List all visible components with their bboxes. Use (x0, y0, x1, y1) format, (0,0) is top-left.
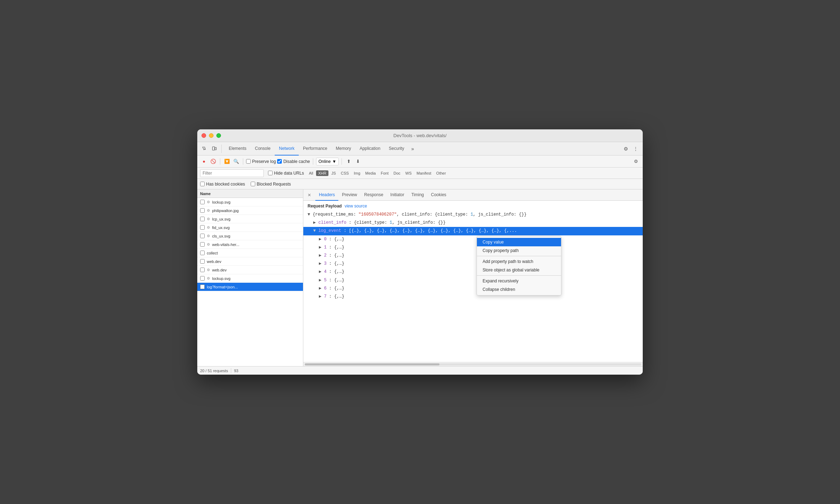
tab-cookies[interactable]: Cookies (427, 189, 450, 201)
context-menu-copy-value[interactable]: Copy value (477, 238, 561, 246)
scrollbar-thumb[interactable] (305, 363, 439, 365)
payload-line-root[interactable]: ▼ {request_time_ms: "1605078406207", cli… (308, 211, 638, 219)
expand-icon[interactable]: ▶ (319, 253, 321, 258)
blocked-requests-label[interactable]: Blocked Requests (251, 182, 291, 187)
file-checkbox[interactable] (200, 276, 205, 281)
preserve-log-checkbox[interactable] (246, 159, 251, 164)
maximize-button[interactable] (216, 133, 221, 138)
payload-line-item7[interactable]: ▶ 7 : {,…} (308, 293, 638, 301)
network-settings-icon[interactable]: ⚙ (632, 158, 640, 165)
payload-line-item0[interactable]: ▶ 0 : {,…} (308, 235, 638, 244)
filter-type-all[interactable]: All (307, 170, 315, 176)
file-checkbox[interactable] (200, 225, 205, 230)
list-item[interactable]: ⚙ lcp_ux.svg (197, 215, 303, 223)
context-menu-copy-property-path[interactable]: Copy property path (477, 246, 561, 255)
tab-elements[interactable]: Elements (224, 142, 251, 156)
file-checkbox[interactable] (200, 242, 205, 247)
expand-icon[interactable]: ▶ (319, 278, 321, 283)
disable-cache-label[interactable]: Disable cache (277, 159, 310, 164)
file-checkbox[interactable] (200, 268, 205, 272)
tab-memory[interactable]: Memory (332, 142, 355, 156)
list-item[interactable]: ⚙ philipwalton.jpg (197, 206, 303, 215)
payload-line-item1[interactable]: ▶ 1 : {,…} (308, 244, 638, 252)
file-checkbox[interactable] (200, 208, 205, 213)
list-item[interactable]: collect (197, 249, 303, 257)
inspect-element-icon[interactable] (200, 145, 209, 153)
context-menu-add-property-path[interactable]: Add property path to watch (477, 257, 561, 266)
hide-data-urls-label[interactable]: Hide data URLs (268, 171, 304, 176)
disable-cache-checkbox[interactable] (277, 159, 282, 164)
payload-line-client-info[interactable]: ▶ client_info : {client_type: 1, js_clie… (308, 219, 638, 227)
list-item-selected[interactable]: log?format=json... (197, 283, 303, 291)
has-blocked-cookies-checkbox[interactable] (200, 182, 205, 186)
file-checkbox[interactable] (200, 285, 205, 289)
tab-console[interactable]: Console (251, 142, 275, 156)
expand-icon[interactable]: ▶ (319, 294, 321, 299)
tab-application[interactable]: Application (355, 142, 385, 156)
filter-type-css[interactable]: CSS (339, 170, 351, 176)
filter-type-xhr[interactable]: XHR (316, 170, 328, 176)
blocked-requests-checkbox[interactable] (251, 182, 255, 186)
more-options-icon[interactable]: ⋮ (631, 145, 640, 153)
filter-icon[interactable]: 🔽 (223, 158, 231, 165)
tab-initiator[interactable]: Initiator (387, 189, 408, 201)
payload-line-item6[interactable]: ▶ 6 : {,…} (308, 285, 638, 293)
filter-type-ws[interactable]: WS (403, 170, 414, 176)
minimize-button[interactable] (209, 133, 214, 138)
tab-response[interactable]: Response (361, 189, 387, 201)
filter-input[interactable] (200, 169, 264, 177)
expand-icon[interactable]: ▶ (319, 286, 321, 291)
list-item[interactable]: ⚙ cls_ux.svg (197, 232, 303, 240)
context-menu-expand-recursively[interactable]: Expand recursively (477, 277, 561, 285)
list-item[interactable]: ⚙ web.dev (197, 266, 303, 274)
file-checkbox[interactable] (200, 217, 205, 221)
expand-icon[interactable]: ▼ (308, 212, 310, 217)
payload-line-item3[interactable]: ▶ 3 : {,…} (308, 260, 638, 268)
expand-icon[interactable]: ▶ (319, 245, 321, 250)
list-item[interactable]: web.dev (197, 257, 303, 266)
file-checkbox[interactable] (200, 259, 205, 264)
device-toolbar-icon[interactable] (210, 145, 218, 153)
filter-type-doc[interactable]: Doc (391, 170, 403, 176)
context-menu-collapse-children[interactable]: Collapse children (477, 285, 561, 294)
tab-performance[interactable]: Performance (299, 142, 332, 156)
filter-type-font[interactable]: Font (379, 170, 391, 176)
has-blocked-cookies-label[interactable]: Has blocked cookies (200, 182, 245, 187)
file-checkbox[interactable] (200, 234, 205, 238)
horizontal-scrollbar[interactable] (303, 362, 643, 366)
file-checkbox[interactable] (200, 200, 205, 204)
clear-button[interactable]: 🚫 (209, 158, 217, 165)
tab-network[interactable]: Network (275, 142, 299, 156)
expand-icon[interactable]: ▶ (313, 220, 316, 225)
payload-line-item4[interactable]: ▶ 4 : {,…} (308, 268, 638, 276)
list-item[interactable]: ⚙ fid_ux.svg (197, 223, 303, 232)
record-button[interactable]: ● (200, 158, 208, 165)
download-icon[interactable]: ⬇ (354, 158, 362, 165)
payload-line-log-event[interactable]: ▼ log_event : [{…}, {…}, {…}, {…}, {…}, … (303, 227, 643, 235)
preserve-log-label[interactable]: Preserve log (246, 159, 276, 164)
context-menu-store-global[interactable]: Store object as global variable (477, 266, 561, 274)
expand-icon[interactable]: ▶ (319, 237, 321, 242)
filter-type-manifest[interactable]: Manifest (414, 170, 433, 176)
tab-preview[interactable]: Preview (338, 189, 361, 201)
payload-line-item5[interactable]: ▶ 5 : {,…} (308, 276, 638, 285)
filter-type-js[interactable]: JS (329, 170, 338, 176)
list-item[interactable]: ⚙ lockup.svg (197, 274, 303, 283)
tab-headers[interactable]: Headers (315, 189, 338, 201)
payload-line-item2[interactable]: ▶ 2 : {,…} (308, 252, 638, 260)
file-checkbox[interactable] (200, 251, 205, 255)
list-item[interactable]: ⚙ web-vitals-her... (197, 240, 303, 249)
upload-icon[interactable]: ⬆ (345, 158, 352, 165)
close-detail-icon[interactable]: ✕ (306, 192, 313, 198)
expand-icon[interactable]: ▶ (319, 269, 321, 274)
close-button[interactable] (202, 133, 206, 138)
throttling-select[interactable]: Online ▼ (316, 158, 339, 165)
more-tabs-icon[interactable]: » (408, 145, 417, 153)
list-item[interactable]: ⚙ lockup.svg (197, 198, 303, 206)
filter-type-img[interactable]: Img (352, 170, 362, 176)
view-source-link[interactable]: view source (345, 204, 367, 209)
filter-type-other[interactable]: Other (434, 170, 448, 176)
expand-icon[interactable]: ▼ (313, 228, 316, 233)
filter-type-media[interactable]: Media (363, 170, 378, 176)
tab-timing[interactable]: Timing (408, 189, 427, 201)
